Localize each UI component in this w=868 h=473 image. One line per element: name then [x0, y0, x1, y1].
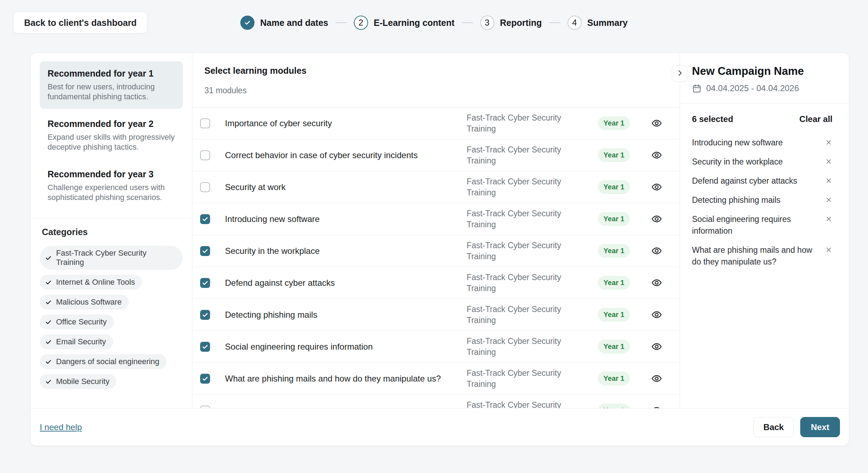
- eye-icon: [651, 277, 662, 288]
- module-row[interactable]: Security in the workplaceFast-Track Cybe…: [192, 235, 680, 267]
- help-link[interactable]: I need help: [40, 422, 82, 432]
- remove-module-button[interactable]: [825, 137, 833, 146]
- collapse-panel-button[interactable]: [672, 66, 688, 82]
- preview-module-button[interactable]: [644, 118, 669, 129]
- module-checkbox-unchecked[interactable]: [200, 182, 210, 192]
- selected-module-item: Detecting phishing mails: [692, 194, 833, 206]
- preview-module-button[interactable]: [644, 341, 669, 352]
- module-checkbox-checked[interactable]: [200, 310, 210, 320]
- next-button[interactable]: Next: [800, 417, 840, 437]
- campaign-date-range: 04.04.2025 - 04.04.2026: [706, 83, 799, 93]
- category-chip-dangers-of-social-engineering[interactable]: Dangers of social engineering: [40, 354, 166, 369]
- year-badge: Year 1: [598, 276, 630, 290]
- check-icon: [45, 255, 52, 261]
- remove-module-button[interactable]: [825, 194, 833, 204]
- module-row[interactable]: What are phishing mails and how do they …: [192, 363, 680, 395]
- eye-icon: [651, 309, 662, 320]
- remove-module-button[interactable]: [825, 213, 833, 223]
- recommendation-description: Expand user skills with progressively de…: [48, 132, 175, 152]
- selected-module-label: Security in the workplace: [692, 156, 783, 168]
- recommendation-item-year-1[interactable]: Recommended for year 1Best for new users…: [40, 61, 183, 109]
- categories-title: Categories: [42, 227, 183, 237]
- step-label: Reporting: [500, 18, 542, 28]
- year-badge: Year 1: [598, 244, 630, 258]
- step-name-and-dates[interactable]: Name and dates: [240, 16, 328, 30]
- category-chip-mobile-security[interactable]: Mobile Security: [40, 374, 116, 389]
- preview-module-button[interactable]: [644, 309, 669, 320]
- step-connector: [335, 22, 347, 23]
- year-badge: Year 1: [598, 308, 630, 322]
- module-row[interactable]: Importance of cyber securityFast-Track C…: [192, 107, 680, 139]
- preview-module-button[interactable]: [644, 182, 669, 193]
- category-chip-malicious-software[interactable]: Malicious Software: [40, 295, 129, 310]
- remove-module-button[interactable]: [825, 244, 833, 254]
- campaign-summary-panel: New Campaign Name 04.04.2025 - 04.04.202…: [680, 53, 849, 408]
- check-icon: [45, 358, 52, 365]
- selected-module-item: Social engineering requires information: [692, 213, 833, 237]
- close-icon: [825, 139, 833, 146]
- step-connector: [549, 22, 560, 23]
- step-check-icon: [240, 16, 254, 30]
- recommendation-item-year-3[interactable]: Recommended for year 3Challenge experien…: [40, 162, 183, 210]
- eye-icon: [651, 150, 662, 161]
- close-icon: [825, 177, 833, 184]
- module-row[interactable]: Defend against cyber attacksFast-Track C…: [192, 267, 680, 299]
- eye-icon: [651, 182, 662, 193]
- module-checkbox-checked[interactable]: [200, 214, 210, 224]
- chevron-right-icon: [676, 69, 684, 78]
- remove-module-button[interactable]: [825, 175, 833, 184]
- recommendation-title: Recommended for year 3: [48, 169, 175, 179]
- module-row[interactable]: Introducing new softwareFast-Track Cyber…: [192, 203, 680, 235]
- module-row[interactable]: Fast-Track Cyber Security TrainingYear 1: [192, 395, 680, 408]
- category-chip-email-security[interactable]: Email Security: [40, 334, 113, 349]
- selected-module-label: Detecting phishing mails: [692, 194, 780, 206]
- module-row[interactable]: Correct behavior in case of cyber securi…: [192, 139, 680, 171]
- step-number: 3: [480, 16, 494, 30]
- year-badge: Year 1: [598, 212, 630, 226]
- wizard-footer: I need help Back Next: [31, 408, 849, 446]
- selected-count: 6 selected: [692, 114, 733, 124]
- module-checkbox-checked[interactable]: [200, 278, 210, 288]
- preview-module-button[interactable]: [644, 373, 669, 384]
- module-course-name: Fast-Track Cyber Security Training: [467, 400, 584, 408]
- module-checkbox-unchecked[interactable]: [200, 118, 210, 128]
- module-checkbox-checked[interactable]: [200, 246, 210, 256]
- recommendation-title: Recommended for year 2: [48, 119, 175, 129]
- step-summary[interactable]: 4Summary: [567, 16, 628, 30]
- module-row[interactable]: Detecting phishing mailsFast-Track Cyber…: [192, 299, 680, 331]
- step-number: 2: [354, 16, 368, 30]
- module-checkbox-unchecked[interactable]: [200, 150, 210, 160]
- step-label: E-Learning content: [374, 18, 455, 28]
- module-row[interactable]: Social engineering requires informationF…: [192, 331, 680, 363]
- category-chip-label: Office Security: [56, 317, 107, 327]
- year-badge: Year 1: [598, 116, 630, 130]
- category-chip-label: Malicious Software: [56, 297, 122, 307]
- back-to-dashboard-button[interactable]: Back to client's dashboard: [13, 12, 148, 34]
- module-list[interactable]: Importance of cyber securityFast-Track C…: [192, 107, 680, 408]
- check-icon: [45, 339, 52, 345]
- category-chip-office-security[interactable]: Office Security: [40, 315, 114, 329]
- module-course-name: Fast-Track Cyber Security Training: [467, 144, 584, 166]
- category-chip-internet-online-tools[interactable]: Internet & Online Tools: [40, 275, 142, 290]
- check-icon: [45, 279, 52, 286]
- step-e-learning-content[interactable]: 2E-Learning content: [354, 16, 455, 30]
- preview-module-button[interactable]: [644, 213, 669, 224]
- module-checkbox-unchecked[interactable]: [200, 406, 210, 408]
- eye-icon: [651, 245, 662, 256]
- module-course-name: Fast-Track Cyber Security Training: [467, 368, 584, 390]
- module-checkbox-checked[interactable]: [200, 342, 210, 352]
- module-row[interactable]: Security at workFast-Track Cyber Securit…: [192, 171, 680, 203]
- preview-module-button[interactable]: [644, 245, 669, 256]
- recommendation-item-year-2[interactable]: Recommended for year 2Expand user skills…: [40, 112, 183, 159]
- selected-module-label: Introducing new software: [692, 137, 783, 149]
- preview-module-button[interactable]: [644, 277, 669, 288]
- back-button[interactable]: Back: [753, 417, 794, 437]
- remove-module-button[interactable]: [825, 156, 833, 165]
- category-chip-fast-track-cyber-security-training[interactable]: Fast-Track Cyber Security Training: [40, 246, 183, 270]
- step-reporting[interactable]: 3Reporting: [480, 16, 542, 30]
- clear-all-button[interactable]: Clear all: [800, 114, 833, 124]
- module-list-panel: Select learning modules 31 modules Impor…: [192, 53, 680, 408]
- preview-module-button[interactable]: [644, 150, 669, 161]
- preview-module-button[interactable]: [644, 405, 669, 408]
- module-checkbox-checked[interactable]: [200, 374, 210, 384]
